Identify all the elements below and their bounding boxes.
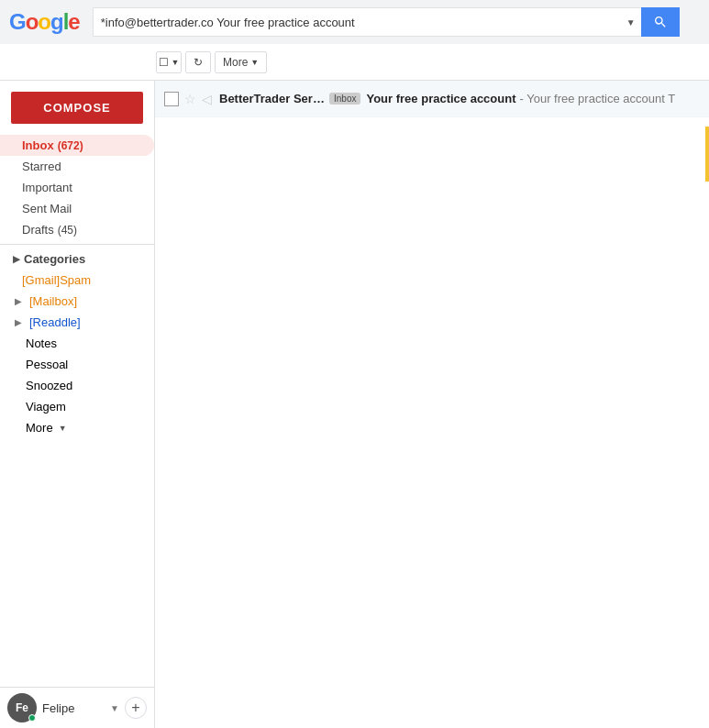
refresh-button[interactable]: ↻ <box>185 51 211 73</box>
account-dropdown-icon: ▼ <box>110 703 119 713</box>
important-label: Important <box>22 181 72 194</box>
sidebar-item-snoozed[interactable]: Snoozed <box>0 375 154 396</box>
mailbox-label: [Mailbox] <box>29 294 77 308</box>
more-actions-button[interactable]: More ▼ <box>215 51 267 73</box>
search-input[interactable] <box>93 7 621 37</box>
select-dropdown-icon: ▼ <box>172 58 180 67</box>
sidebar-item-starred[interactable]: Starred <box>0 156 154 177</box>
email-snippet: - Your free practice account T <box>520 92 700 105</box>
search-button[interactable] <box>641 7 680 37</box>
snoozed-label: Snoozed <box>26 379 72 392</box>
more-chevron-icon: ▼ <box>59 424 67 433</box>
avatar[interactable]: Fe <box>7 693 37 722</box>
more-actions-label: More <box>223 56 248 69</box>
categories-expand-icon: ▶ <box>13 254 20 264</box>
email-list: ☆ ◁ BetterTrader Service Inbox Your free… <box>154 81 709 728</box>
important-marker-icon[interactable]: ◁ <box>202 92 212 106</box>
sidebar-item-drafts[interactable]: Drafts (45) <box>0 219 154 240</box>
sidebar: COMPOSE Inbox (672) Starred Important Se… <box>0 81 154 728</box>
sidebar-item-notes[interactable]: Notes <box>0 333 154 354</box>
checkbox-icon: ☐ <box>159 56 169 69</box>
inbox-label: Inbox <box>22 138 54 152</box>
google-logo: Google <box>9 9 80 35</box>
sidebar-categories-header[interactable]: ▶ Categories <box>0 248 154 270</box>
inbox-count: (672) <box>58 139 83 152</box>
sidebar-item-pessoal[interactable]: Pessoal <box>0 354 154 375</box>
email-sender: BetterTrader Service <box>219 92 329 105</box>
email-row[interactable]: ☆ ◁ BetterTrader Service Inbox Your free… <box>155 81 709 117</box>
search-bar: ▼ <box>93 7 680 37</box>
avatar-initial: Fe <box>16 701 28 714</box>
sidebar-item-mailbox[interactable]: ▶ [Mailbox] <box>0 291 154 312</box>
sidebar-item-important[interactable]: Important <box>0 177 154 198</box>
gmail-spam-label: [Gmail]Spam <box>22 273 91 287</box>
add-account-button[interactable]: + <box>125 697 147 719</box>
select-all-button[interactable]: ☐ ▼ <box>156 51 182 73</box>
drafts-label: Drafts <box>22 223 54 237</box>
sidebar-divider <box>0 244 154 245</box>
email-checkbox[interactable] <box>164 92 179 106</box>
readdle-expand-icon: ▶ <box>15 317 22 327</box>
drafts-count: (45) <box>58 224 77 237</box>
search-dropdown-button[interactable]: ▼ <box>621 7 641 37</box>
notes-label: Notes <box>26 336 57 350</box>
header: Google ▼ <box>0 0 709 44</box>
toolbar: ☐ ▼ ↻ More ▼ <box>0 44 709 81</box>
mailbox-expand-icon: ▶ <box>15 296 22 306</box>
main-layout: COMPOSE Inbox (672) Starred Important Se… <box>0 81 709 728</box>
viagem-label: Viagem <box>26 400 66 414</box>
readdle-label: [Readdle] <box>29 315 81 329</box>
account-name[interactable]: Felipe <box>42 701 105 715</box>
inbox-badge: Inbox <box>329 93 360 105</box>
more-actions-chevron-icon: ▼ <box>250 58 259 67</box>
sent-label: Sent Mail <box>22 202 72 215</box>
sidebar-item-viagem[interactable]: Viagem <box>0 396 154 417</box>
more-label: More <box>26 421 53 435</box>
scroll-indicator <box>705 127 709 182</box>
starred-label: Starred <box>22 160 61 173</box>
account-bar: Fe Felipe ▼ + <box>0 687 154 728</box>
online-indicator <box>28 714 36 722</box>
sidebar-item-inbox[interactable]: Inbox (672) <box>0 135 154 156</box>
sidebar-item-sent[interactable]: Sent Mail <box>0 198 154 219</box>
email-subject: Your free practice account <box>366 92 515 105</box>
sidebar-item-gmail-spam[interactable]: [Gmail]Spam <box>0 270 154 291</box>
sidebar-item-readdle[interactable]: ▶ [Readdle] <box>0 312 154 333</box>
star-icon[interactable]: ☆ <box>184 92 196 106</box>
search-icon <box>653 15 668 29</box>
categories-label: Categories <box>24 252 85 266</box>
sidebar-item-more[interactable]: More ▼ <box>0 417 154 438</box>
compose-button[interactable]: COMPOSE <box>11 92 143 124</box>
refresh-icon: ↻ <box>194 56 203 69</box>
pessoal-label: Pessoal <box>26 358 68 371</box>
